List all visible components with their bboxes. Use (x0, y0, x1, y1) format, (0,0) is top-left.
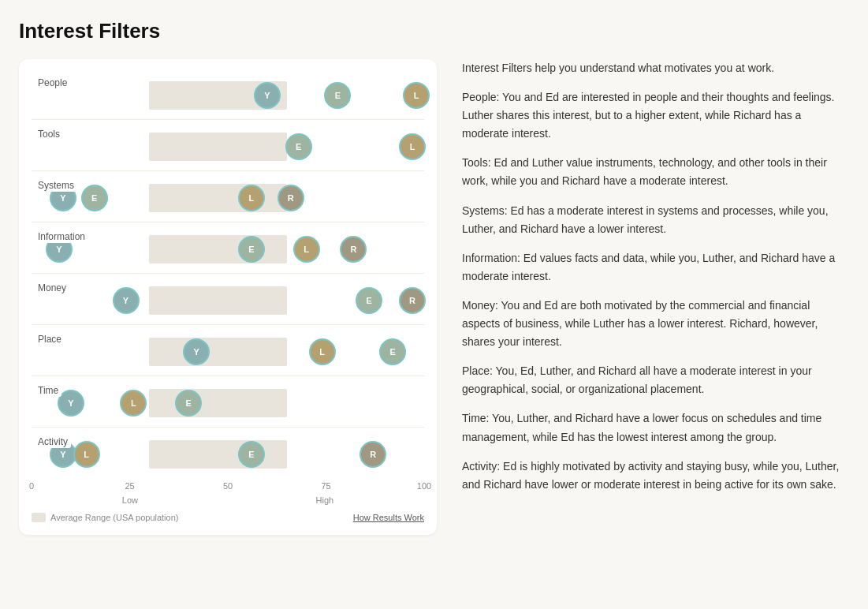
text-paragraphs: People: You and Ed are interested in peo… (462, 88, 849, 494)
avatar-ed: E (379, 338, 406, 365)
intro-text: Interest Filters help you understand wha… (462, 59, 849, 77)
avg-band (149, 338, 286, 366)
avatar-ed: E (285, 133, 312, 160)
bar-track: PeopleYEL (32, 75, 424, 116)
row-label-people: People (35, 77, 70, 89)
tick-50: 50 (223, 481, 233, 491)
text-paragraph-5: Place: You, Ed, Luther, and Richard all … (462, 362, 849, 398)
avatar-you: Y (113, 287, 140, 314)
avg-band (149, 184, 286, 212)
avatar-ed: E (324, 82, 351, 109)
row-label-systems: Systems (35, 179, 77, 192)
row-divider (32, 324, 424, 325)
chart-row-activity: ActivityYLER (32, 434, 424, 475)
row-label-time: Time (35, 384, 61, 397)
avg-band (149, 235, 286, 263)
avatar-ed: E (175, 390, 202, 417)
bar-track: PlaceYLE (32, 331, 424, 372)
avatar-richard: R (340, 236, 367, 263)
text-paragraph-1: Tools: Ed and Luther value instruments, … (462, 154, 849, 190)
avatar-ed: E (81, 185, 108, 211)
avatar-ed: E (238, 236, 265, 263)
chart-rows: PeopleYELToolsELSystemsYELRInformationYE… (32, 75, 424, 475)
x-axis-high: High (316, 495, 334, 505)
legend: Average Range (USA population) (32, 513, 178, 522)
avg-band (149, 286, 286, 315)
row-label-activity: Activity (35, 435, 71, 448)
x-axis-low: Low (122, 495, 138, 505)
main-layout: PeopleYELToolsELSystemsYELRInformationYE… (19, 59, 849, 535)
chart-row-place: PlaceYLE (32, 331, 424, 376)
row-label-money: Money (35, 282, 69, 294)
avg-band (149, 133, 286, 161)
avatar-ed: E (356, 287, 382, 314)
row-divider (32, 222, 424, 222)
avatar-richard: R (359, 441, 386, 468)
chart-row-people: PeopleYEL (32, 75, 424, 120)
chart-row-time: TimeYLE (32, 383, 424, 428)
row-divider (32, 119, 424, 120)
avg-band (149, 440, 286, 469)
text-paragraph-7: Activity: Ed is highly motivated by acti… (462, 458, 849, 494)
tick-0: 0 (29, 481, 34, 491)
tick-75: 75 (321, 481, 330, 491)
avatar-luther: L (73, 441, 100, 468)
legend-label: Average Range (USA population) (50, 513, 178, 522)
bar-track: InformationYELR (32, 229, 424, 270)
tick-100: 100 (417, 481, 431, 491)
avatar-luther: L (293, 236, 320, 263)
text-paragraph-6: Time: You, Luther, and Richard have a lo… (462, 409, 849, 446)
bar-track: SystemsYELR (32, 177, 424, 219)
row-divider (32, 375, 424, 376)
chart-row-information: InformationYELR (32, 229, 424, 274)
row-divider (32, 273, 424, 274)
avatar-luther: L (399, 133, 426, 160)
how-results-link[interactable]: How Results Work (353, 513, 424, 522)
avatar-you: Y (254, 82, 281, 109)
avatar-richard: R (399, 287, 426, 314)
text-paragraph-3: Information: Ed values facts and data, w… (462, 249, 849, 286)
legend-swatch (32, 513, 46, 522)
row-divider (32, 170, 424, 171)
avg-band (149, 389, 286, 417)
row-label-information: Information (35, 230, 88, 243)
chart-footer: Average Range (USA population) How Resul… (32, 513, 424, 522)
text-paragraph-0: People: You and Ed are interested in peo… (462, 88, 849, 143)
avatar-you: Y (183, 338, 210, 365)
text-paragraph-4: Money: You and Ed are both motivated by … (462, 297, 849, 351)
bar-track: MoneyYER (32, 280, 424, 321)
chart-row-tools: ToolsEL (32, 126, 424, 171)
row-label-place: Place (35, 333, 65, 346)
avatar-luther: L (309, 338, 336, 365)
text-panel: Interest Filters help you understand wha… (462, 59, 849, 535)
chart-row-systems: SystemsYELR (32, 177, 424, 222)
bar-track: ToolsEL (32, 126, 424, 167)
avatar-luther: L (238, 185, 265, 211)
row-divider (32, 427, 424, 428)
bar-track: TimeYLE (32, 383, 424, 424)
chart-row-money: MoneyYER (32, 280, 424, 325)
bar-track: ActivityYLER (32, 434, 424, 475)
avatar-ed: E (238, 441, 265, 468)
tick-25: 25 (125, 481, 134, 491)
avatar-luther: L (120, 390, 147, 417)
text-paragraph-2: Systems: Ed has a moderate interest in s… (462, 202, 849, 238)
avatar-richard: R (278, 185, 304, 211)
chart-panel: PeopleYELToolsELSystemsYELRInformationYE… (19, 59, 437, 535)
row-label-tools: Tools (35, 128, 63, 140)
avatar-luther: L (403, 82, 430, 109)
x-axis-ticks: 0255075100 (32, 481, 424, 494)
page-title: Interest Filters (19, 19, 849, 43)
axis-labels: Low High (32, 495, 424, 505)
